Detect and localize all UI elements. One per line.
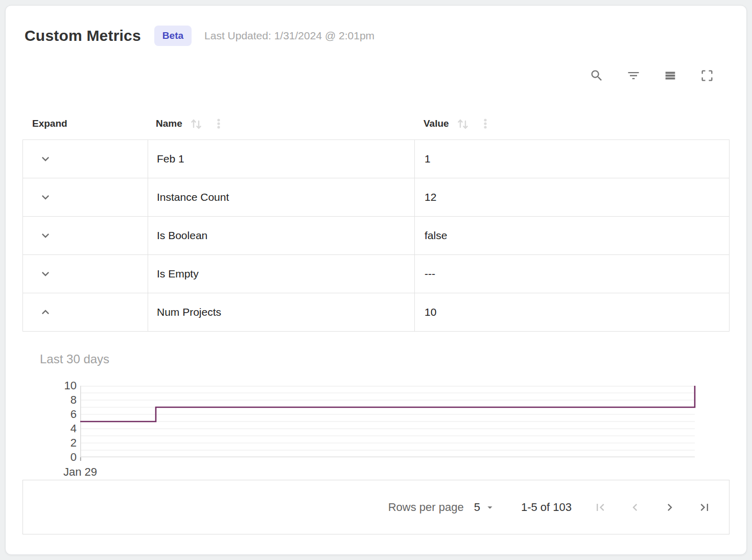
- y-axis-tick-label: 4: [70, 423, 77, 435]
- last-page-icon: [697, 500, 712, 515]
- expand-toggle-button[interactable]: [38, 305, 53, 319]
- name-cell: Is Boolean: [148, 217, 414, 254]
- table-row: Num Projects 10: [23, 293, 729, 331]
- next-page-button[interactable]: [659, 496, 681, 519]
- chevron-down-icon: [38, 190, 53, 204]
- expand-toggle-button[interactable]: [38, 228, 53, 243]
- column-header-name-label: Name: [156, 118, 182, 129]
- expand-cell: [23, 178, 148, 216]
- column-header-value-label: Value: [424, 118, 449, 129]
- density-icon: [663, 68, 677, 83]
- expand-cell: [23, 140, 148, 178]
- table-row: Is Empty ---: [23, 255, 729, 293]
- search-button[interactable]: [589, 68, 604, 83]
- grid-footer: Rows per page 5 1-5 of 103: [22, 480, 730, 534]
- custom-metrics-card: Custom Metrics Beta Last Updated: 1/31/2…: [5, 5, 747, 555]
- value-cell: 1: [414, 140, 729, 178]
- y-axis-tick-label: 0: [70, 451, 77, 463]
- chevron-left-icon: [628, 500, 642, 515]
- expand-toggle-button[interactable]: [38, 190, 53, 204]
- metric-value: ---: [425, 268, 435, 280]
- expand-cell: [23, 217, 148, 254]
- metric-name: Num Projects: [157, 306, 221, 318]
- x-axis-tick-label: Jan 29: [63, 465, 97, 479]
- name-cell: Num Projects: [148, 293, 414, 331]
- detail-panel: Last 30 days 0246810 Jan 29: [22, 352, 730, 457]
- grid-toolbar: [6, 68, 746, 83]
- first-page-button[interactable]: [589, 496, 612, 519]
- metric-name: Feb 1: [157, 153, 184, 165]
- beta-badge: Beta: [154, 26, 192, 46]
- dropdown-arrow-icon: [484, 502, 496, 513]
- value-cell: false: [414, 217, 729, 254]
- chart-title: Last 30 days: [40, 352, 730, 366]
- sort-arrows-icon: [456, 116, 470, 131]
- chevron-down-icon: [38, 228, 53, 243]
- value-column-menu-button[interactable]: [479, 117, 492, 130]
- table-body: Feb 1 1 Instance Count 12: [22, 139, 730, 332]
- expand-toggle-button[interactable]: [38, 267, 53, 281]
- expand-cell: [23, 293, 148, 331]
- name-cell: Instance Count: [148, 178, 414, 216]
- data-grid: Expand Name Value: [22, 108, 730, 457]
- expand-toggle-button[interactable]: [38, 152, 53, 166]
- value-cell: 12: [414, 178, 729, 216]
- table-row: Instance Count 12: [23, 178, 729, 217]
- chart-plot: Jan 29: [80, 386, 695, 457]
- pagination-range-label: 1-5 of 103: [521, 501, 572, 514]
- column-header-expand-label: Expand: [32, 118, 67, 129]
- first-page-icon: [593, 500, 607, 515]
- page-title: Custom Metrics: [25, 27, 141, 44]
- column-header-name[interactable]: Name: [147, 116, 414, 131]
- chevron-up-icon: [38, 305, 53, 319]
- search-icon: [590, 68, 604, 83]
- y-axis-tick-label: 6: [70, 408, 77, 421]
- last-updated-text: Last Updated: 1/31/2024 @ 2:01pm: [204, 30, 374, 42]
- table-row: Feb 1 1: [23, 140, 729, 178]
- chevron-down-icon: [38, 152, 53, 166]
- y-axis-tick-label: 8: [70, 394, 77, 406]
- y-axis-tick-label: 10: [64, 380, 77, 392]
- metric-value: 10: [425, 306, 436, 318]
- chevron-right-icon: [663, 500, 677, 515]
- metric-name: Is Boolean: [157, 229, 207, 242]
- kebab-menu-icon: [212, 117, 225, 130]
- chart-y-axis: 0246810: [22, 386, 80, 457]
- density-button[interactable]: [663, 68, 678, 83]
- step-line-chart: [80, 386, 695, 461]
- sort-value-button[interactable]: [456, 116, 470, 131]
- metric-value: 12: [425, 191, 436, 203]
- filter-button[interactable]: [626, 68, 641, 83]
- grid-header-row: Expand Name Value: [22, 108, 730, 139]
- y-axis-tick-label: 2: [70, 437, 77, 449]
- sort-name-button[interactable]: [189, 116, 203, 131]
- fullscreen-button[interactable]: [699, 68, 715, 83]
- value-cell: 10: [414, 293, 729, 331]
- column-header-value[interactable]: Value: [414, 116, 730, 131]
- metric-name: Instance Count: [157, 191, 229, 203]
- sort-arrows-icon: [189, 116, 203, 131]
- rows-per-page-value: 5: [474, 501, 480, 514]
- column-header-expand: Expand: [22, 118, 147, 129]
- chevron-down-icon: [38, 267, 53, 281]
- expand-cell: [23, 255, 148, 293]
- name-column-menu-button[interactable]: [212, 117, 225, 130]
- rows-per-page-select[interactable]: 5: [474, 501, 496, 514]
- name-cell: Is Empty: [148, 255, 414, 293]
- fullscreen-icon: [700, 68, 714, 83]
- previous-page-button[interactable]: [624, 496, 646, 519]
- table-row: Is Boolean false: [23, 217, 729, 255]
- kebab-menu-icon: [479, 117, 492, 130]
- chart-area: 0246810 Jan 29: [22, 386, 730, 457]
- name-cell: Feb 1: [148, 140, 414, 178]
- value-cell: ---: [414, 255, 729, 293]
- rows-per-page-label: Rows per page: [388, 501, 464, 514]
- last-page-button[interactable]: [693, 496, 716, 519]
- pager-buttons: [589, 496, 716, 519]
- card-header: Custom Metrics Beta Last Updated: 1/31/2…: [6, 6, 746, 48]
- metric-name: Is Empty: [157, 268, 199, 280]
- metric-value: 1: [425, 153, 431, 165]
- metric-value: false: [425, 229, 447, 242]
- filter-icon: [626, 68, 641, 83]
